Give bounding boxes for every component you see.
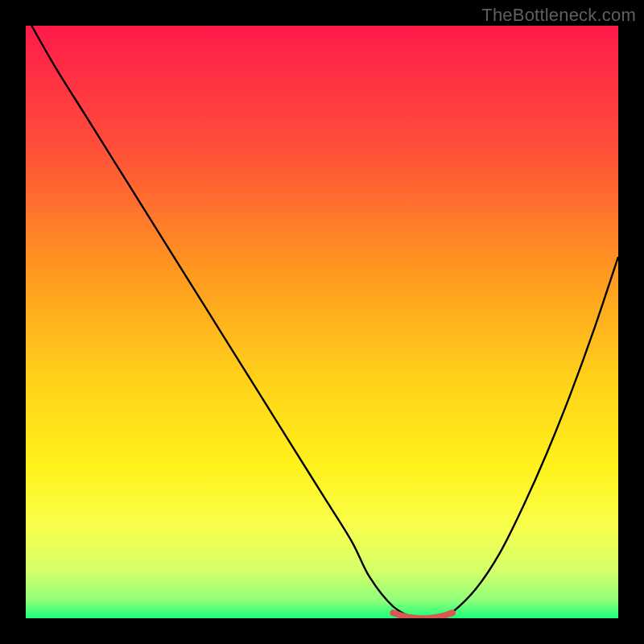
gradient-background xyxy=(26,26,618,618)
plot-area xyxy=(26,26,618,618)
bottleneck-chart xyxy=(26,26,618,618)
chart-frame: TheBottleneck.com xyxy=(0,0,644,644)
watermark-text: TheBottleneck.com xyxy=(481,5,636,26)
